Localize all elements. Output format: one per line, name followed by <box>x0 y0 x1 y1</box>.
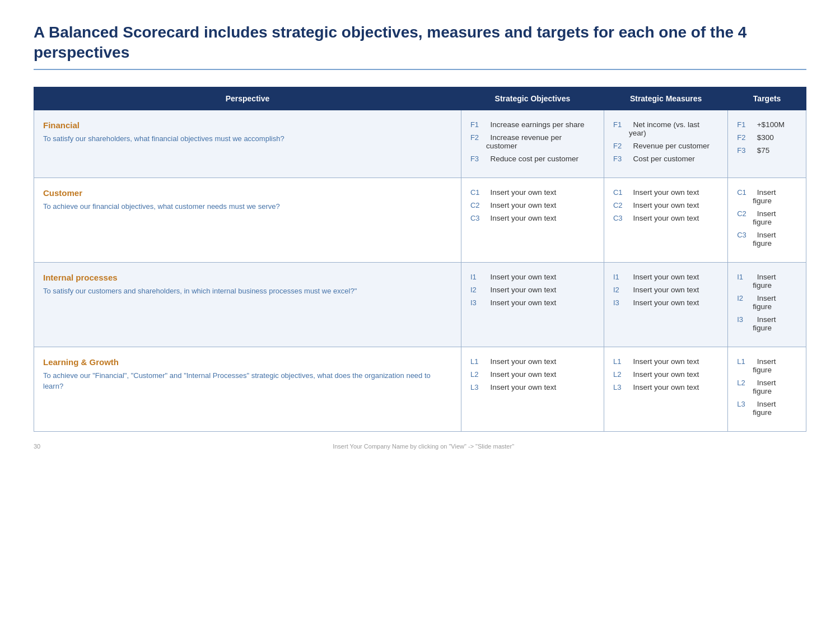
list-item: F3 $75 <box>737 146 797 155</box>
item-text: Insert your own text <box>629 273 699 281</box>
item-text: Insert figure <box>753 315 797 332</box>
page-number: 30 <box>34 443 40 450</box>
targets-cell: I1 Insert figureI2 Insert figureI3 Inser… <box>728 262 806 347</box>
targets-cell: F1 +$100MF2 $300F3 $75 <box>728 110 806 178</box>
footer-text: Insert Your Company Name by clicking on … <box>333 443 514 450</box>
list-item: I1 Insert figure <box>737 273 797 290</box>
list-item: I3 Insert your own text <box>613 298 718 307</box>
item-code: F2 <box>470 133 486 142</box>
item-text: +$100M <box>753 120 785 129</box>
perspective-desc: To satisfy our customers and shareholder… <box>43 286 452 297</box>
list-item: F1 Increase earnings per share <box>470 120 595 129</box>
item-text: Increase revenue per customer <box>486 133 595 150</box>
item-code: L2 <box>613 370 629 379</box>
item-code: I3 <box>737 315 753 324</box>
item-code: I3 <box>470 298 486 307</box>
list-item: L2 Insert your own text <box>613 370 718 379</box>
item-code: F3 <box>613 155 629 163</box>
list-item: C2 Insert figure <box>737 209 797 226</box>
item-text: Insert figure <box>753 188 797 205</box>
item-code: I1 <box>470 273 486 281</box>
perspective-cell: Customer To achieve our financial object… <box>34 178 461 262</box>
perspective-title: Learning & Growth <box>43 357 452 367</box>
list-item: I3 Insert figure <box>737 315 797 332</box>
list-item: I1 Insert your own text <box>470 273 595 281</box>
perspective-title: Internal processes <box>43 273 452 282</box>
page-title: A Balanced Scorecard includes strategic … <box>34 22 806 70</box>
item-code: C3 <box>737 231 753 239</box>
list-item: I3 Insert your own text <box>470 298 595 307</box>
item-code: L2 <box>737 379 753 387</box>
list-item: C1 Insert figure <box>737 188 797 205</box>
measures-cell: F1 Net income (vs. last year)F2 Revenue … <box>604 110 727 178</box>
list-item: C3 Insert your own text <box>613 214 718 222</box>
list-item: L2 Insert figure <box>737 379 797 395</box>
item-code: C2 <box>737 209 753 218</box>
objectives-cell: L1 Insert your own textL2 Insert your ow… <box>461 347 604 431</box>
list-item: F2 $300 <box>737 133 797 142</box>
table-row: Customer To achieve our financial object… <box>34 178 806 262</box>
list-item: L3 Insert your own text <box>613 383 718 391</box>
perspective-cell: Financial To satisfy our shareholders, w… <box>34 110 461 178</box>
item-code: L1 <box>470 357 486 366</box>
measures-cell: L1 Insert your own textL2 Insert your ow… <box>604 347 727 431</box>
item-text: Insert your own text <box>486 383 556 391</box>
header-measures: Strategic Measures <box>604 87 727 110</box>
item-code: I2 <box>613 286 629 294</box>
item-text: Insert your own text <box>629 286 699 294</box>
footer: 30 Insert Your Company Name by clicking … <box>34 443 806 450</box>
list-item: F1 +$100M <box>737 120 797 129</box>
list-item: F1 Net income (vs. last year) <box>613 120 718 137</box>
item-text: Insert figure <box>753 294 797 311</box>
item-code: C2 <box>470 201 486 209</box>
header-targets: Targets <box>728 87 806 110</box>
item-code: F1 <box>613 120 629 129</box>
item-text: Insert your own text <box>629 201 699 209</box>
table-row: Financial To satisfy our shareholders, w… <box>34 110 806 178</box>
header-perspective: Perspective <box>34 87 461 110</box>
item-code: I3 <box>613 298 629 307</box>
list-item: L3 Insert your own text <box>470 383 595 391</box>
item-text: Insert your own text <box>486 298 556 307</box>
scorecard-table: Perspective Strategic Objectives Strateg… <box>34 87 806 432</box>
item-text: Cost per customer <box>629 155 695 163</box>
list-item: C1 Insert your own text <box>613 188 718 197</box>
item-text: Net income (vs. last year) <box>629 120 718 137</box>
perspective-title: Financial <box>43 120 452 130</box>
item-code: F2 <box>737 133 753 142</box>
list-item: F3 Reduce cost per customer <box>470 155 595 163</box>
item-code: I1 <box>613 273 629 281</box>
item-code: L3 <box>470 383 486 391</box>
item-code: I2 <box>737 294 753 302</box>
item-text: Insert figure <box>753 400 797 417</box>
list-item: F2 Revenue per customer <box>613 142 718 150</box>
list-item: C3 Insert figure <box>737 231 797 248</box>
item-text: Insert your own text <box>629 370 699 379</box>
item-text: Insert your own text <box>486 286 556 294</box>
item-text: Insert figure <box>753 379 797 395</box>
item-text: Insert figure <box>753 273 797 290</box>
perspective-cell: Learning & Growth To achieve our "Financ… <box>34 347 461 431</box>
item-code: I1 <box>737 273 753 281</box>
perspective-desc: To satisfy our shareholders, what financ… <box>43 133 452 144</box>
item-text: Insert your own text <box>486 201 556 209</box>
item-text: Insert your own text <box>486 273 556 281</box>
list-item: L1 Insert your own text <box>470 357 595 366</box>
item-code: F1 <box>470 120 486 129</box>
item-text: Insert figure <box>753 231 797 248</box>
item-code: I2 <box>470 286 486 294</box>
item-text: Insert your own text <box>629 188 699 197</box>
perspective-title: Customer <box>43 188 452 198</box>
item-text: Insert your own text <box>486 357 556 366</box>
item-code: F3 <box>470 155 486 163</box>
header-objectives: Strategic Objectives <box>461 87 604 110</box>
item-text: Revenue per customer <box>629 142 710 150</box>
measures-cell: C1 Insert your own textC2 Insert your ow… <box>604 178 727 262</box>
item-code: L1 <box>737 357 753 366</box>
targets-cell: L1 Insert figureL2 Insert figureL3 Inser… <box>728 347 806 431</box>
item-text: Insert figure <box>753 357 797 374</box>
item-code: L3 <box>613 383 629 391</box>
list-item: I1 Insert your own text <box>613 273 718 281</box>
item-code: F2 <box>613 142 629 150</box>
item-text: Insert your own text <box>486 214 556 222</box>
